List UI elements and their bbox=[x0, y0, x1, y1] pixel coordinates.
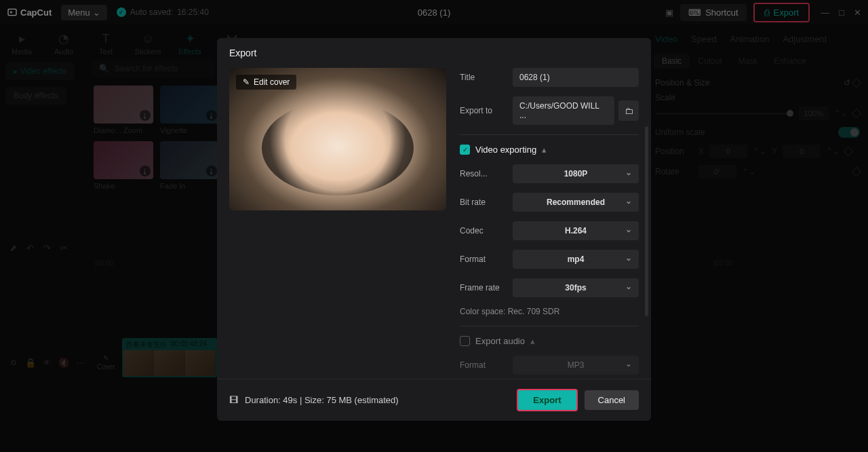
resolution-select[interactable]: 1080P bbox=[513, 164, 639, 183]
codec-select[interactable]: H.264 bbox=[513, 221, 639, 240]
format-select[interactable]: mp4 bbox=[513, 250, 639, 269]
duration-info: 🎞 Duration: 49s | Size: 75 MB (estimated… bbox=[229, 395, 399, 405]
framerate-label: Frame rate bbox=[460, 283, 513, 293]
edit-cover-button[interactable]: ✎ Edit cover bbox=[236, 75, 296, 90]
modal-title: Export bbox=[217, 38, 651, 68]
title-input[interactable]: 0628 (1) bbox=[513, 68, 639, 87]
export-button[interactable]: Export bbox=[517, 389, 577, 411]
bitrate-select[interactable]: Recommended bbox=[513, 193, 639, 212]
film-icon: 🎞 bbox=[229, 395, 238, 405]
collapse-icon[interactable]: ▴ bbox=[530, 336, 535, 346]
modal-scrollbar[interactable] bbox=[645, 126, 648, 316]
pencil-icon: ✎ bbox=[243, 77, 250, 87]
folder-icon: 🗀 bbox=[625, 106, 633, 116]
export-modal: Export ✎ Edit cover Title 0628 (1) Expor… bbox=[217, 38, 651, 421]
title-label: Title bbox=[460, 73, 513, 82]
resolution-label: Resol... bbox=[460, 169, 513, 178]
bitrate-label: Bit rate bbox=[460, 197, 513, 207]
cancel-button[interactable]: Cancel bbox=[585, 390, 639, 410]
colorspace-label: Color space: Rec. 709 SDR bbox=[460, 307, 639, 316]
format-label: Format bbox=[460, 255, 513, 264]
codec-label: Codec bbox=[460, 226, 513, 236]
exportto-label: Export to bbox=[460, 106, 513, 115]
cover-preview: ✎ Edit cover bbox=[229, 68, 446, 210]
audio-export-checkbox[interactable] bbox=[460, 336, 470, 346]
browse-folder-button[interactable]: 🗀 bbox=[618, 100, 639, 121]
framerate-select[interactable]: 30fps bbox=[513, 278, 639, 297]
audio-format-select: MP3 bbox=[513, 356, 639, 375]
collapse-icon[interactable]: ▴ bbox=[542, 145, 547, 155]
exportto-input[interactable]: C:/Users/GOOD WILL ... bbox=[513, 96, 614, 125]
audio-format-label: Format bbox=[460, 360, 513, 370]
video-exporting-label: Video exporting bbox=[475, 145, 536, 155]
video-export-checkbox[interactable]: ✓ bbox=[460, 145, 470, 155]
export-audio-label: Export audio bbox=[475, 336, 525, 346]
